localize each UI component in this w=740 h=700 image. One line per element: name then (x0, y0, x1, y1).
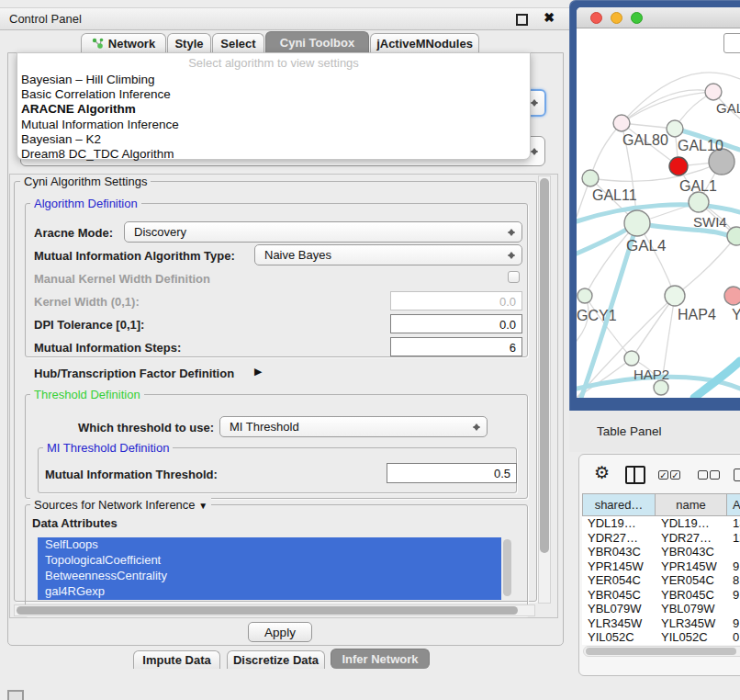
settings-horizontal-scrollbar[interactable] (14, 604, 535, 616)
table-cell[interactable]: YBR045C (661, 588, 731, 603)
minimize-traffic-light-icon[interactable] (611, 12, 622, 24)
mi-steps-field[interactable]: 6 (390, 337, 522, 356)
table-horizontal-scrollbar[interactable] (583, 646, 740, 657)
which-threshold-select[interactable]: MI Threshold (219, 416, 488, 437)
network-node[interactable] (665, 286, 685, 306)
algorithm-option[interactable]: Bayesian – K2 (21, 132, 526, 147)
expand-down-icon[interactable]: ▼ (198, 501, 207, 511)
column-header-name[interactable]: name (656, 493, 727, 516)
table-cell[interactable]: YDR27… (588, 531, 659, 546)
dpi-tolerance-field[interactable]: 0.0 (390, 314, 522, 333)
table-cell[interactable]: YBR043C (588, 545, 659, 559)
select-all-checkbox-icon[interactable]: ✓ (670, 470, 680, 480)
algorithm-option[interactable]: Bayesian – Hill Climbing (21, 73, 526, 87)
table-cell[interactable]: YBL079W (588, 602, 659, 616)
algorithm-option[interactable]: Basic Correlation Inference (21, 87, 526, 102)
tab-select[interactable]: Select (212, 33, 264, 52)
table-cell[interactable]: 9. (733, 616, 740, 631)
network-node[interactable] (667, 120, 683, 137)
table-cell[interactable]: YER054C (588, 573, 659, 588)
table-cell[interactable]: YPR145W (588, 559, 659, 574)
network-canvas[interactable]: GALGAL80GAL10GAL1GAL11SWI4GAL4GCY1HAP4YH… (577, 28, 740, 398)
table-horizontal-scrollbar-thumb[interactable] (586, 648, 736, 655)
tab-discretize-data[interactable]: Discretize Data (227, 650, 325, 669)
deselect-all-checkbox-icon[interactable] (698, 470, 708, 480)
columns-icon[interactable] (625, 466, 645, 484)
deselect-all-checkbox-icon[interactable] (710, 470, 720, 480)
network-node[interactable] (724, 287, 740, 305)
minimized-panel-icon[interactable] (7, 690, 24, 700)
algorithm-option[interactable]: Mutual Information Inference (21, 118, 526, 132)
network-edge[interactable] (675, 236, 736, 296)
data-attributes-list[interactable]: SelfLoopsTopologicalCoefficientBetweenne… (38, 537, 501, 600)
network-edge[interactable] (622, 90, 713, 123)
column-header-shared-name[interactable]: shared… (582, 493, 656, 516)
tab-style[interactable]: Style (167, 33, 211, 52)
close-traffic-light-icon[interactable] (590, 12, 602, 24)
network-node[interactable] (689, 192, 709, 212)
aracne-mode-select[interactable]: Discovery (124, 221, 522, 243)
table-cell[interactable]: 12 (733, 531, 740, 546)
data-attribute-item[interactable]: gal4RGexp (38, 584, 501, 600)
network-node[interactable] (624, 210, 650, 236)
tab-cyni-toolbox[interactable]: Cyni Toolbox (265, 31, 369, 52)
attribute-list-scrollbar[interactable] (503, 539, 511, 596)
mi-threshold-field[interactable]: 0.5 (387, 463, 517, 483)
close-icon[interactable]: ✖ (544, 10, 555, 25)
network-node[interactable] (705, 84, 722, 100)
network-node[interactable] (727, 227, 740, 245)
tab-impute-data[interactable]: Impute Data (133, 650, 220, 669)
algorithm-option[interactable]: ARACNE Algorithm (21, 102, 526, 117)
kernel-width-field[interactable]: 0.0 (390, 291, 522, 310)
table-cell[interactable]: YIL052C (588, 630, 659, 645)
apply-button[interactable]: Apply (248, 622, 312, 642)
float-window-icon[interactable] (516, 14, 528, 26)
data-attribute-item[interactable]: BetweennessCentrality (38, 569, 501, 584)
data-attribute-item[interactable]: SelfLoops (38, 537, 501, 553)
algorithm-option[interactable]: Dream8 DC_TDC Algorithm (21, 147, 526, 162)
table-cell[interactable]: YIL052C (661, 630, 731, 645)
table-cell[interactable]: YLR345W (661, 616, 731, 631)
table-cell[interactable]: YLR345W (588, 616, 659, 631)
table-cell[interactable]: YDL19… (661, 516, 731, 531)
column-header-next[interactable]: A (727, 493, 740, 516)
network-edge[interactable] (632, 296, 675, 358)
table-cell[interactable]: YBR043C (661, 545, 731, 559)
settings-vertical-scrollbar-thumb[interactable] (540, 178, 549, 553)
select-all-checkbox-icon[interactable]: ✓ (658, 470, 668, 480)
table-cell[interactable]: 9. (733, 559, 740, 574)
table-cell[interactable] (733, 545, 740, 559)
gear-icon[interactable]: ⚙ (594, 464, 610, 481)
table-cell[interactable]: YBR045C (588, 588, 659, 603)
network-node[interactable] (669, 157, 688, 175)
network-edge[interactable] (622, 92, 713, 123)
tab-jactivemnodules[interactable]: jActiveMNodules (370, 33, 479, 52)
table-cell[interactable]: YER054C (661, 573, 731, 588)
network-node[interactable] (577, 288, 592, 303)
table-cell[interactable]: YDL19… (588, 516, 659, 531)
table-cell[interactable]: YBL079W (661, 602, 731, 616)
network-edge[interactable] (590, 123, 622, 178)
data-attribute-item[interactable]: TopologicalCoefficient (38, 553, 501, 569)
mi-type-select[interactable]: Naive Bayes (254, 244, 522, 265)
expand-right-icon[interactable]: ▶ (254, 366, 262, 378)
zoom-traffic-light-icon[interactable] (631, 12, 643, 24)
network-node[interactable] (613, 115, 630, 131)
network-node[interactable] (582, 170, 599, 186)
network-window-titlebar[interactable] (577, 7, 740, 28)
settings-horizontal-scrollbar-thumb[interactable] (17, 606, 518, 615)
table-cell[interactable]: YPR145W (661, 559, 731, 574)
settings-vertical-scrollbar[interactable] (538, 175, 551, 604)
tab-network[interactable]: Network (81, 33, 166, 52)
network-node[interactable] (624, 351, 639, 366)
table-cell[interactable]: 8. (733, 573, 740, 588)
new-column-icon[interactable] (734, 469, 740, 481)
network-edge[interactable] (585, 296, 632, 358)
network-node[interactable] (654, 380, 668, 395)
table-cell[interactable] (733, 602, 740, 616)
table-cell[interactable]: YDR27… (661, 531, 731, 546)
table-cell[interactable]: 13 (733, 516, 740, 531)
manual-kernel-checkbox[interactable] (508, 271, 520, 283)
table-cell[interactable]: 0. (733, 630, 740, 645)
table-cell[interactable]: 9. (733, 588, 740, 603)
